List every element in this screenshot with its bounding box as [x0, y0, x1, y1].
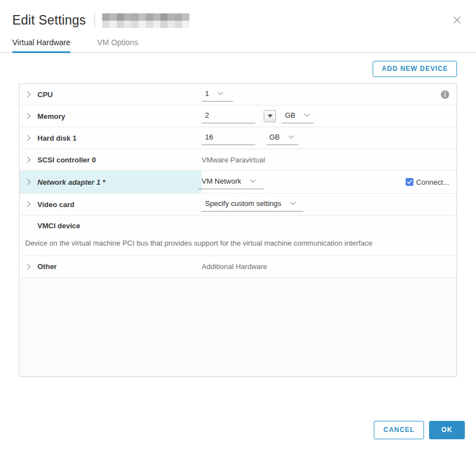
expand-chevron-icon[interactable]: [20, 84, 37, 105]
scsi-controller-value: VMware Paravirtual: [202, 156, 265, 164]
redacted-pixels-bottom: [102, 21, 189, 28]
caret-spacer: [20, 215, 37, 236]
row-scsi-controller: SCSI controller 0 VMware Paravirtual: [20, 149, 456, 171]
expand-chevron-icon[interactable]: [20, 194, 37, 215]
cpu-count-select[interactable]: 1: [202, 88, 233, 102]
expand-chevron-icon[interactable]: [20, 105, 37, 127]
title-divider: [94, 13, 95, 28]
tab-virtual-hardware[interactable]: Virtual Hardware: [12, 35, 70, 52]
dialog-header: Edit Settings: [0, 0, 476, 29]
memory-unit-value: GB: [285, 111, 296, 119]
row-memory: Memory GB: [20, 105, 456, 127]
chevron-down-icon: [290, 201, 296, 205]
row-hard-disk-1: Hard disk 1 GB: [20, 127, 456, 149]
memory-label: Memory: [37, 105, 202, 127]
dialog-footer: CANCEL OK: [374, 421, 465, 439]
network-adapter-label: Network adapter 1 *: [37, 171, 202, 193]
video-card-label: Video card: [37, 194, 202, 215]
tab-vm-options[interactable]: VM Options: [97, 35, 138, 52]
row-other: Other Additional Hardware: [20, 256, 456, 278]
checkmark-icon: [407, 180, 412, 184]
cpu-count-value: 1: [205, 89, 209, 98]
row-network-adapter-1: Network adapter 1 * VM Network Connect..…: [20, 171, 456, 194]
hard-disk-label: Hard disk 1: [37, 127, 202, 148]
video-card-settings-select[interactable]: Specify custom settings: [202, 198, 303, 212]
triangle-down-icon: [268, 114, 273, 118]
chevron-down-icon: [288, 135, 294, 139]
close-icon[interactable]: [450, 13, 464, 27]
info-icon[interactable]: [441, 90, 449, 99]
memory-stepper-button[interactable]: [264, 110, 276, 122]
cpu-label: CPU: [37, 84, 202, 105]
connect-checkbox-label: Connect...: [416, 178, 449, 186]
redacted-vm-name: [102, 13, 189, 28]
expand-chevron-icon[interactable]: [20, 149, 37, 170]
chevron-down-icon: [217, 92, 223, 95]
scsi-controller-label: SCSI controller 0: [37, 149, 202, 170]
cancel-button[interactable]: CANCEL: [374, 421, 424, 439]
chevron-down-icon: [304, 113, 310, 117]
expand-chevron-icon[interactable]: [20, 256, 37, 277]
connect-checkbox[interactable]: [406, 178, 413, 186]
chevron-down-icon: [250, 179, 256, 183]
hard-disk-size-input[interactable]: [202, 131, 255, 145]
add-new-device-button[interactable]: ADD NEW DEVICE: [373, 61, 457, 77]
vmci-device-description: Device on the virtual machine PCI bus th…: [20, 236, 456, 256]
row-video-card: Video card Specify custom settings: [20, 194, 456, 215]
virtual-hardware-table: CPU 1 Memory GB: [19, 83, 457, 377]
tab-bar: Virtual Hardware VM Options: [0, 35, 476, 53]
toolbar: ADD NEW DEVICE: [0, 53, 476, 83]
memory-unit-select[interactable]: GB: [282, 109, 314, 123]
expand-chevron-icon[interactable]: [20, 127, 37, 148]
other-value: Additional Hardware: [202, 262, 267, 271]
network-select[interactable]: VM Network: [198, 175, 264, 189]
vmci-device-label: VMCI device: [37, 215, 202, 236]
network-value: VM Network: [202, 177, 241, 185]
video-card-settings-value: Specify custom settings: [205, 199, 282, 208]
memory-size-input[interactable]: [202, 109, 255, 123]
row-cpu: CPU 1: [20, 84, 456, 105]
other-label: Other: [37, 256, 202, 277]
ok-button[interactable]: OK: [429, 421, 465, 439]
redacted-pixels-top: [102, 13, 189, 21]
expand-chevron-icon[interactable]: [20, 171, 37, 193]
row-vmci-device: VMCI device: [20, 215, 456, 236]
table-empty-area: [20, 278, 456, 376]
page-title: Edit Settings: [12, 13, 86, 28]
hard-disk-unit-select[interactable]: GB: [266, 131, 298, 145]
hard-disk-unit-value: GB: [269, 133, 280, 141]
